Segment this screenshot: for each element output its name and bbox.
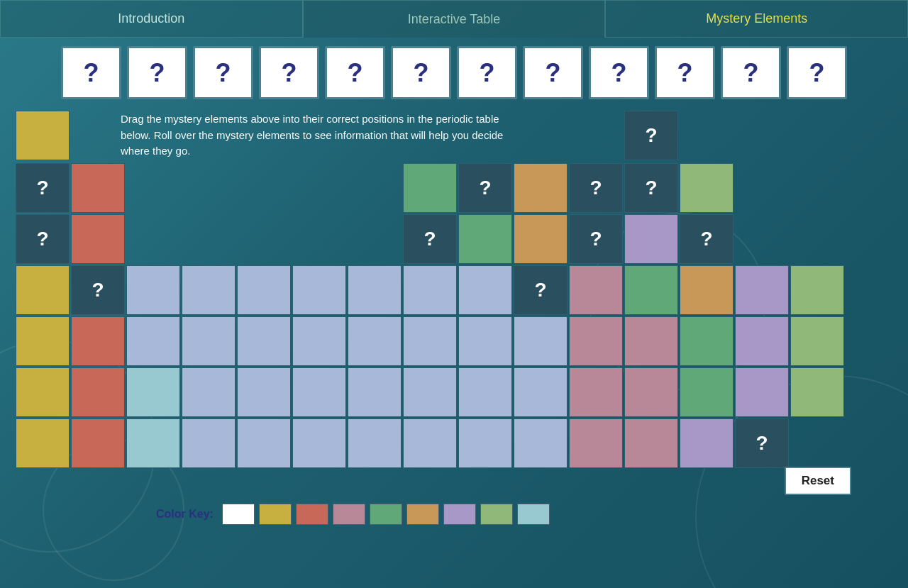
cell-r6c5[interactable] [237,367,291,417]
cell-r7c2[interactable] [71,418,125,468]
cell-r5c10[interactable] [514,316,568,366]
cell-r2c10[interactable] [514,163,568,213]
cell-r6c14[interactable] [735,367,789,417]
pt-row-4: ? ? [16,265,844,315]
cell-r4c9[interactable] [458,265,512,315]
cell-r1c12[interactable]: ? [624,111,678,160]
cell-r7c10[interactable] [514,418,568,468]
cell-r5c12[interactable] [624,316,678,366]
cell-r6c3[interactable] [126,367,180,417]
cell-r5c6[interactable] [292,316,346,366]
cell-r5c5[interactable] [237,316,291,366]
cell-r7c12[interactable] [624,418,678,468]
cell-r7c4[interactable] [182,418,236,468]
mystery-card-11[interactable]: ? [721,46,781,99]
mystery-card-3[interactable]: ? [193,46,253,99]
cell-r4c6[interactable] [292,265,346,315]
mystery-card-6[interactable]: ? [391,46,451,99]
mystery-card-5[interactable]: ? [325,46,385,99]
cell-r2c13[interactable] [680,163,733,213]
cell-r4c12[interactable] [624,265,678,315]
cell-r6c8[interactable] [403,367,457,417]
cell-r4c5[interactable] [237,265,291,315]
cell-r7c5[interactable] [237,418,291,468]
cell-r4c11[interactable] [569,265,623,315]
cell-r7c11[interactable] [569,418,623,468]
cell-r6c7[interactable] [348,367,402,417]
pt-row-5 [16,316,844,366]
cell-r5c14[interactable] [735,316,789,366]
cell-r7c1[interactable] [16,418,70,468]
cell-r5c15[interactable] [790,316,844,366]
pt-row-2: ? ? ? ? [16,163,844,213]
cell-r7c13[interactable] [680,418,733,468]
tab-interactive-table[interactable]: Interactive Table [303,0,606,38]
swatch-lavender [443,504,476,525]
cell-r6c6[interactable] [292,367,346,417]
cell-r6c11[interactable] [569,367,623,417]
reset-button[interactable]: Reset [785,467,851,495]
mystery-card-10[interactable]: ? [655,46,715,99]
cell-r4c13[interactable] [680,265,733,315]
cell-r4c10[interactable]: ? [514,265,568,315]
cell-r4c2[interactable]: ? [71,265,125,315]
cell-r5c4[interactable] [182,316,236,366]
mystery-card-9[interactable]: ? [589,46,649,99]
cell-r7c6[interactable] [292,418,346,468]
cell-r3c1[interactable]: ? [16,214,70,264]
cell-r3c12[interactable] [624,214,678,264]
mystery-card-7[interactable]: ? [457,46,517,99]
cell-r6c9[interactable] [458,367,512,417]
cell-r4c15[interactable] [735,265,789,315]
cell-r3c13[interactable]: ? [680,214,733,264]
cell-r4c8[interactable] [403,265,457,315]
cell-r5c8[interactable] [403,316,457,366]
cell-r7c9[interactable] [458,418,512,468]
cell-r3c10[interactable] [514,214,568,264]
cell-r6c1[interactable] [16,367,70,417]
cell-r2c12[interactable]: ? [624,163,678,213]
cell-r5c11[interactable] [569,316,623,366]
mystery-card-1[interactable]: ? [61,46,121,99]
cell-r3c2[interactable] [71,214,125,264]
cell-r3c11[interactable]: ? [569,214,623,264]
cell-r6c13[interactable] [680,367,733,417]
cell-r5c9[interactable] [458,316,512,366]
swatch-ltgreen [480,504,513,525]
cell-r4c4[interactable] [182,265,236,315]
cell-r6c12[interactable] [624,367,678,417]
cell-r7c8[interactable] [403,418,457,468]
cell-r2c2[interactable] [71,163,125,213]
cell-r7c14[interactable]: ? [735,418,789,468]
cell-r3c8[interactable]: ? [403,214,457,264]
cell-r4c3[interactable] [126,265,180,315]
tab-mystery-elements[interactable]: Mystery Elements [605,0,908,38]
swatch-tan [406,504,439,525]
mystery-card-2[interactable]: ? [127,46,187,99]
cell-r7c7[interactable] [348,418,402,468]
cell-r6c4[interactable] [182,367,236,417]
cell-r6c10[interactable] [514,367,568,417]
cell-h[interactable] [16,111,70,160]
cell-r5c7[interactable] [348,316,402,366]
tab-introduction[interactable]: Introduction [0,0,303,38]
cell-r2c11[interactable]: ? [569,163,623,213]
mystery-card-4[interactable]: ? [259,46,319,99]
mystery-card-8[interactable]: ? [523,46,583,99]
cell-r4c1[interactable] [16,265,70,315]
cell-r5c13[interactable] [680,316,733,366]
cell-r6c15[interactable] [790,367,844,417]
cell-r5c1[interactable] [16,316,70,366]
cell-r2c8[interactable] [403,163,457,213]
cell-r3c9[interactable] [458,214,512,264]
mystery-card-12[interactable]: ? [787,46,847,99]
periodic-table-area: Drag the mystery elements above into the… [0,108,908,525]
cell-r6c2[interactable] [71,367,125,417]
cell-r5c2[interactable] [71,316,125,366]
cell-r7c3[interactable] [126,418,180,468]
cell-r2c1[interactable]: ? [16,163,70,213]
cell-r5c3[interactable] [126,316,180,366]
cell-r4c7[interactable] [348,265,402,315]
cell-r4c16[interactable] [790,265,844,315]
cell-r2c9[interactable]: ? [458,163,512,213]
